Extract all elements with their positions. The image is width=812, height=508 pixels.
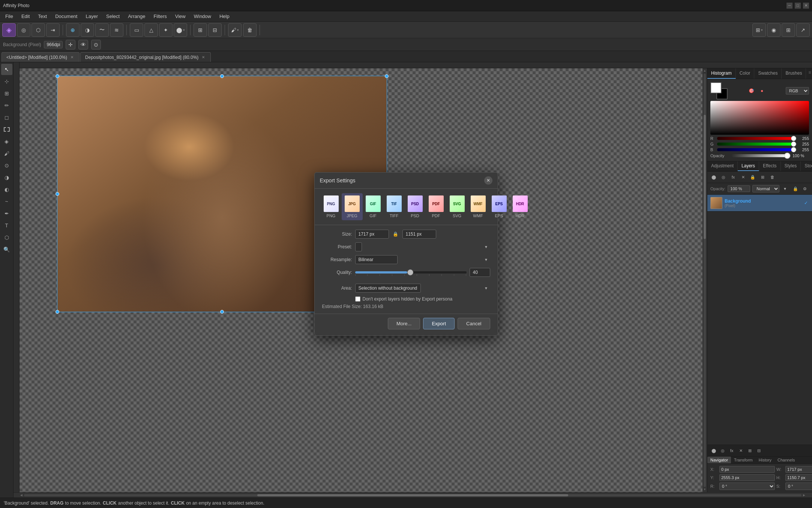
fg-bg-colors[interactable] [710,82,728,99]
dialog-close-button[interactable]: ✕ [484,176,492,185]
node-tool[interactable]: ⊹ [1,76,12,87]
threshold-btn[interactable]: ◑ [81,23,94,37]
handle-tm[interactable] [220,74,224,78]
handle-bm[interactable] [220,310,224,314]
flood-fill-tool[interactable]: ◈ [1,136,12,147]
paint-brush-tool[interactable]: 🖌 [1,148,12,159]
transform-ctx-btn[interactable]: ⊙ [91,40,101,50]
photo-persona-btn[interactable]: ◈ [2,23,16,37]
type-tool[interactable]: T [1,220,12,231]
hscroll-track[interactable] [24,494,801,496]
menu-edit[interactable]: Edit [18,12,33,21]
layer-arrange-btn[interactable]: ⊞ [758,173,767,181]
menu-help[interactable]: Help [216,12,233,21]
cancel-button[interactable]: Cancel [458,318,490,329]
hscroll-thumb[interactable] [257,494,568,496]
format-psd[interactable]: PSD PSD [405,193,426,220]
channel-b-thumb[interactable] [791,147,796,152]
menu-arrange[interactable]: Arrange [124,12,149,21]
channel-g-slider[interactable] [717,143,795,146]
snapping-btn[interactable]: ⊟ [208,23,222,37]
crop-tool[interactable]: ⊞ [1,88,12,99]
adj-tab-effects[interactable]: Effects [759,161,780,171]
vertical-scrollbar[interactable]: ▲ ▼ [702,68,707,492]
visibility-ctx-btn[interactable]: 👁 [78,40,88,50]
bottom-tool-5[interactable]: ⊟ [755,446,763,455]
levels-btn[interactable]: ≋ [110,23,123,37]
close-button[interactable]: ✕ [803,3,809,9]
handle-ml[interactable] [56,192,59,196]
format-pdf[interactable]: PDF PDF [426,193,447,220]
tab-navigator[interactable]: Navigator [707,457,731,463]
blend-mode-select[interactable]: Normal Multiply Screen Overlay [752,185,779,192]
brush-sel-btn[interactable]: ⬤ ▾ [174,23,187,37]
adj-tab-stock[interactable]: Stock [801,161,812,171]
grid-btn[interactable]: ⊞ [194,23,207,37]
width-input[interactable] [355,230,389,239]
zoom-tool[interactable]: 🔍 [1,244,12,255]
hscroll-left-btn[interactable]: ◄ [19,493,24,497]
channel-r-slider[interactable] [717,137,795,140]
bottom-tool-fx[interactable]: fx [728,446,736,455]
vscroll-thumb[interactable] [704,115,706,239]
resample-select[interactable]: Bilinear Bicubic Lanczos Nearest Neighbo… [355,255,398,264]
y-input[interactable] [719,474,775,481]
format-svg[interactable]: SVG SVG [447,193,468,220]
dodge-tool[interactable]: ◑ [1,172,12,183]
tab-untitled[interactable]: <Untitled> [Modified] (100.0%) ✕ [2,52,80,62]
color-adj-btn[interactable]: 🖌 ▾ [228,23,242,37]
handle-bl[interactable] [56,310,59,314]
preset-select[interactable] [355,242,362,251]
export-persona-btn[interactable]: ⇥ [46,23,60,37]
export-button[interactable]: Export [423,318,455,329]
tab-photo[interactable]: Depositphotos_80293442_original.jpg [Mod… [80,52,211,62]
layer-visible-check[interactable]: ✓ [803,200,809,206]
channel-b-slider[interactable] [717,148,795,151]
rpanel-tab-brushes[interactable]: Brushes [782,68,806,79]
h-input[interactable] [785,474,812,481]
hscroll-right-btn[interactable]: ► [801,493,807,497]
layer-tool-3[interactable]: fx [729,173,737,181]
foreground-color-swatch[interactable] [710,82,722,93]
menu-filters[interactable]: Filters [150,12,170,21]
vscroll-up-btn[interactable]: ▲ [703,69,707,73]
layer-tool-4[interactable]: ✕ [739,173,747,181]
menu-layer[interactable]: Layer [82,12,102,21]
adj-tab-adjustment[interactable]: Adjustment [707,161,738,171]
tab-channels[interactable]: Channels [774,457,798,463]
curves-btn[interactable]: 〜 [95,23,109,37]
opacity-slider[interactable] [731,154,790,157]
opacity-thumb[interactable] [784,153,790,159]
layer-opacity-input[interactable] [728,185,750,192]
selection-btn[interactable]: ▭ [130,23,143,37]
format-jpeg[interactable]: JPG JPEG [342,193,363,220]
menu-window[interactable]: Window [190,12,215,21]
move-tool-ctx-btn[interactable]: ✛ [66,40,75,50]
menu-document[interactable]: Document [51,12,81,21]
vscroll-down-btn[interactable]: ▼ [703,488,707,491]
shape-tool[interactable]: ⬡ [1,232,12,243]
menu-file[interactable]: File [2,12,17,21]
tab-untitled-close[interactable]: ✕ [69,55,75,60]
more-button[interactable]: More... [388,318,420,329]
freehand-btn[interactable]: △ [144,23,158,37]
rpanel-tab-color[interactable]: Color [736,68,755,79]
vscroll-track[interactable] [704,74,706,487]
bottom-tool-1[interactable]: ⬤ [710,446,718,455]
tab-photo-close[interactable]: ✕ [201,55,206,60]
menu-text[interactable]: Text [34,12,51,21]
paint-btn[interactable]: ✦ [159,23,173,37]
trash-btn[interactable]: 🗑 [243,23,257,37]
studio-btn[interactable]: ◉ [767,23,780,37]
adj-tab-styles[interactable]: Styles [781,161,801,171]
layer-del-btn[interactable]: 🗑 [768,173,776,181]
dont-export-checkbox[interactable] [355,296,360,302]
gradient-tool-btn[interactable]: ● [758,86,767,95]
maximize-button[interactable]: □ [795,3,801,9]
x-input[interactable] [719,466,775,473]
format-png[interactable]: PNG PNG [321,193,342,220]
liquify-persona-btn[interactable]: ◎ [17,23,30,37]
quality-slider[interactable] [355,271,467,274]
add-btn[interactable]: ⊞ [782,23,795,37]
bottom-tool-4[interactable]: ⊞ [746,446,754,455]
